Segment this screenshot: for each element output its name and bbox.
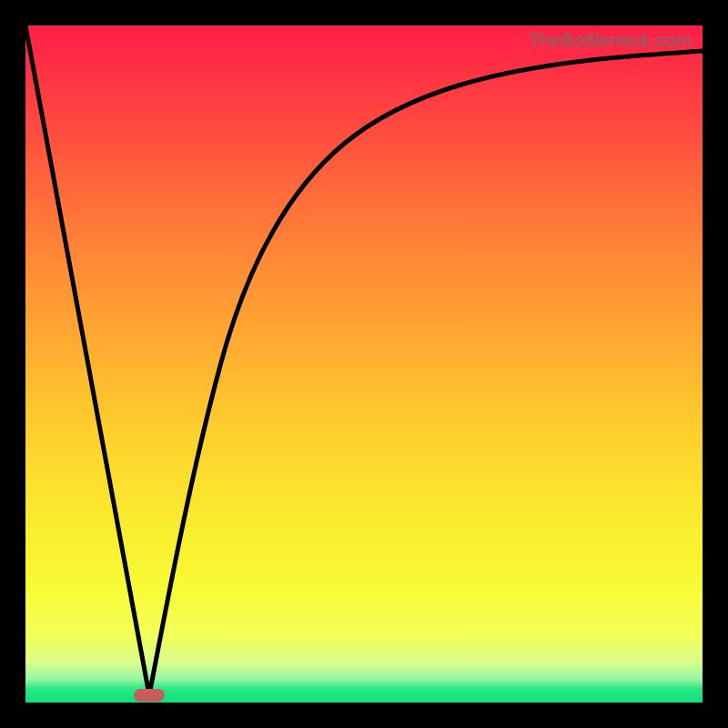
- plot-area: TheBottleneck.com: [25, 25, 703, 703]
- vertex-marker: [134, 689, 165, 702]
- left-branch-line: [25, 25, 149, 695]
- curve-layer: [25, 25, 703, 703]
- watermark-text: TheBottleneck.com: [528, 29, 692, 51]
- chart-root: TheBottleneck.com: [0, 0, 728, 728]
- right-branch-curve: [149, 51, 703, 695]
